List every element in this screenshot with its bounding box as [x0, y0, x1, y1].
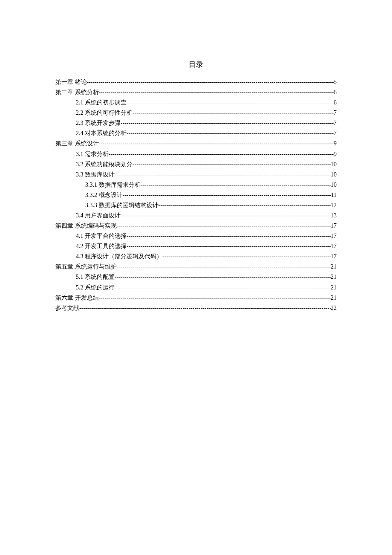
toc-entry-page: 21 [331, 262, 337, 272]
toc-entry: 3.3.2 概念设计------------------------------… [85, 190, 337, 200]
toc-entry-label: 第六章 开发总结 [55, 293, 99, 303]
toc-entry: 5.2 系统的运行-------------------------------… [76, 283, 337, 293]
toc-entry: 3.3.1 数据库需求分析---------------------------… [85, 180, 337, 190]
toc-entry-label: 2.1 系统的初步调查 [76, 98, 127, 108]
toc-entry-page: 9 [334, 149, 337, 159]
toc-leader: ----------------------------------------… [127, 231, 331, 241]
toc-entry: 第六章 开发总结--------------------------------… [55, 293, 337, 303]
toc-leader: ----------------------------------------… [99, 293, 331, 303]
toc-entry-label: 2.3 系统开发步骤 [76, 118, 121, 128]
toc-entry-page: 17 [331, 251, 337, 262]
toc-leader: ----------------------------------------… [117, 221, 331, 231]
toc-entry-page: 6 [334, 87, 337, 98]
toc-leader: ----------------------------------------… [115, 170, 331, 180]
toc-entry-label: 第四章 系统编码与实现 [55, 221, 117, 231]
toc-leader: ----------------------------------------… [123, 190, 331, 200]
toc-entry-page: 7 [334, 108, 337, 118]
toc-leader: ----------------------------------------… [99, 139, 334, 149]
toc-entry-page: 7 [334, 118, 337, 128]
toc-leader: ----------------------------------------… [117, 262, 331, 272]
toc-entry-label: 4.1 开发平台的选择 [76, 231, 127, 241]
toc-entry: 第二章 系统分析--------------------------------… [55, 87, 337, 98]
toc-entry-label: 5.2 系统的运行 [76, 283, 115, 293]
toc-leader: ----------------------------------------… [79, 303, 331, 313]
toc-leader: ----------------------------------------… [159, 200, 331, 211]
toc-entry: 3.3 数据库设计-------------------------------… [76, 170, 337, 180]
toc-entry: 4.3 程序设计（部分逻辑及代码）-----------------------… [76, 251, 337, 262]
toc-entry-page: 13 [331, 211, 337, 221]
toc-entry: 第三章 系统设计--------------------------------… [55, 139, 337, 149]
toc-leader: ----------------------------------------… [133, 108, 334, 118]
toc-entry-label: 3.4 用户界面设计 [76, 211, 121, 221]
toc-entry-page: 10 [331, 180, 337, 190]
toc-entry-label: 3.1 需求分析 [76, 149, 109, 159]
toc-entry: 参考文献------------------------------------… [55, 303, 337, 313]
toc-entry-page: 11 [331, 190, 337, 200]
toc-entry-label: 第三章 系统设计 [55, 139, 99, 149]
toc-list: 第一章 绪论----------------------------------… [55, 77, 337, 313]
toc-entry-page: 21 [331, 283, 337, 293]
toc-entry-page: 5 [334, 77, 337, 87]
toc-leader: ----------------------------------------… [115, 272, 331, 282]
toc-entry: 第四章 系统编码与实现-----------------------------… [55, 221, 337, 231]
toc-leader: ----------------------------------------… [99, 87, 334, 98]
toc-entry-page: 12 [331, 200, 337, 211]
toc-entry: 4.1 开发平台的选择-----------------------------… [76, 231, 337, 241]
toc-entry-page: 7 [334, 128, 337, 139]
toc-entry-page: 21 [331, 293, 337, 303]
toc-entry: 2.3 系统开发步骤------------------------------… [76, 118, 337, 128]
toc-entry-page: 10 [331, 159, 337, 170]
toc-entry-label: 3.3.2 概念设计 [85, 190, 123, 200]
toc-entry-page: 21 [331, 272, 337, 282]
toc-entry-label: 5.1 系统的配置 [76, 272, 115, 282]
toc-entry-label: 参考文献 [55, 303, 79, 313]
toc-leader: ----------------------------------------… [109, 149, 334, 159]
toc-entry-page: 9 [334, 139, 337, 149]
toc-entry-page: 17 [331, 241, 337, 251]
toc-entry-page: 10 [331, 170, 337, 180]
toc-entry-label: 2.2 系统的可行性分析 [76, 108, 133, 118]
toc-entry: 3.4 用户界面设计------------------------------… [76, 211, 337, 221]
toc-entry: 4.2 开发工具的选择-----------------------------… [76, 241, 337, 251]
toc-entry: 2.4 对本系统的分析-----------------------------… [76, 128, 337, 139]
toc-entry: 2.1 系统的初步调查-----------------------------… [76, 98, 337, 108]
toc-leader: ----------------------------------------… [162, 251, 331, 262]
toc-entry-label: 3.3.1 数据库需求分析 [85, 180, 141, 190]
toc-title: 目录 [55, 60, 337, 69]
toc-leader: ----------------------------------------… [127, 128, 334, 139]
toc-entry: 3.2 系统功能模块划分----------------------------… [76, 159, 337, 170]
toc-leader: ----------------------------------------… [127, 241, 331, 251]
toc-leader: ----------------------------------------… [121, 211, 331, 221]
toc-entry-label: 4.3 程序设计（部分逻辑及代码） [76, 251, 162, 262]
toc-entry: 第一章 绪论----------------------------------… [55, 77, 337, 87]
toc-leader: ----------------------------------------… [141, 180, 331, 190]
toc-entry-page: 22 [331, 303, 337, 313]
toc-entry-label: 3.2 系统功能模块划分 [76, 159, 133, 170]
toc-entry: 3.1 需求分析--------------------------------… [76, 149, 337, 159]
toc-entry-page: 6 [334, 98, 337, 108]
toc-entry-label: 第二章 系统分析 [55, 87, 99, 98]
toc-leader: ----------------------------------------… [115, 283, 331, 293]
toc-entry-label: 3.3 数据库设计 [76, 170, 115, 180]
toc-entry-label: 4.2 开发工具的选择 [76, 241, 127, 251]
toc-entry-page: 17 [331, 231, 337, 241]
toc-entry: 2.2 系统的可行性分析----------------------------… [76, 108, 337, 118]
toc-entry-page: 17 [331, 221, 337, 231]
toc-entry: 5.1 系统的配置-------------------------------… [76, 272, 337, 282]
toc-leader: ----------------------------------------… [127, 98, 334, 108]
toc-entry-label: 第五章 系统运行与维护 [55, 262, 117, 272]
toc-leader: ----------------------------------------… [133, 159, 331, 170]
toc-leader: ----------------------------------------… [87, 77, 334, 87]
toc-leader: ----------------------------------------… [121, 118, 334, 128]
toc-entry: 3.3.3 数据库的逻辑结构设计------------------------… [85, 200, 337, 211]
toc-entry-label: 2.4 对本系统的分析 [76, 128, 127, 139]
toc-entry-label: 3.3.3 数据库的逻辑结构设计 [85, 200, 159, 211]
toc-entry: 第五章 系统运行与维护-----------------------------… [55, 262, 337, 272]
toc-entry-label: 第一章 绪论 [55, 77, 87, 87]
